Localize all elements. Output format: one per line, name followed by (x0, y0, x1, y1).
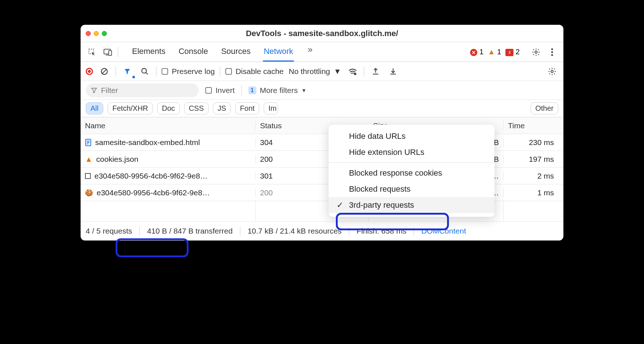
menu-3rd-party-requests[interactable]: 3rd-party requests (329, 197, 494, 213)
col-time[interactable]: Time (504, 121, 558, 130)
divider (116, 66, 116, 77)
request-time: 197 ms (504, 155, 558, 164)
chip-fetch-xhr[interactable]: Fetch/XHR (108, 102, 153, 114)
chip-css[interactable]: CSS (184, 102, 209, 114)
request-name: e304e580-9956-4cb6-9f62-9e8… (94, 172, 208, 180)
chip-other[interactable]: Other (531, 102, 558, 114)
tab-elements[interactable]: Elements (131, 47, 166, 62)
tab-network[interactable]: Network (263, 47, 294, 62)
svg-point-10 (551, 70, 553, 73)
generic-file-icon (85, 173, 91, 179)
chip-doc[interactable]: Doc (157, 102, 180, 114)
maximize-window-button[interactable] (102, 31, 107, 36)
divider (241, 85, 242, 95)
funnel-icon (91, 87, 97, 94)
more-tabs-icon[interactable]: » (308, 44, 313, 62)
more-filters-menu: Hide data URLs Hide extension URLs Block… (329, 125, 494, 217)
error-badge[interactable]: ✕ 1 (470, 48, 484, 56)
svg-point-6 (551, 54, 553, 56)
filter-toggle-icon[interactable] (121, 65, 133, 78)
svg-point-3 (535, 51, 537, 53)
more-filters-dropdown[interactable]: 1 More filters ▼ (248, 86, 307, 95)
minimize-window-button[interactable] (94, 31, 99, 36)
tab-console[interactable]: Console (178, 47, 209, 62)
disable-cache-checkbox[interactable]: Disable cache (225, 67, 284, 76)
network-toolbar: Preserve log Disable cache No throttling… (81, 62, 563, 81)
message-badge[interactable]: ♯ 2 (505, 48, 520, 56)
request-time: 230 ms (504, 138, 558, 147)
chevron-down-icon: ▼ (334, 67, 341, 76)
window-title: DevTools - samesite-sandbox.glitch.me/ (81, 29, 563, 38)
status-transferred: 410 B / 847 B transferred (147, 227, 233, 235)
main-tabbar: Elements Console Sources Network » ✕ 1 ▲… (81, 42, 563, 62)
menu-blocked-requests[interactable]: Blocked requests (329, 181, 494, 197)
type-filter-chips: All Fetch/XHR Doc CSS JS Font Im Other (81, 100, 563, 117)
cookie-icon: 🍪 (85, 189, 93, 197)
request-name: e304e580-9956-4cb6-9f62-9e8… (97, 188, 210, 197)
inspect-element-icon[interactable] (86, 46, 98, 58)
filter-count-badge: 1 (248, 86, 256, 94)
status-domcontent[interactable]: DOMContent (421, 227, 466, 235)
status-requests: 4 / 5 requests (86, 227, 132, 235)
invert-checkbox[interactable]: Invert (205, 86, 235, 95)
close-window-button[interactable] (86, 31, 91, 36)
import-har-icon[interactable] (387, 65, 399, 78)
menu-hide-extension-urls[interactable]: Hide extension URLs (329, 144, 494, 160)
status-bar: 4 / 5 requests 410 B / 847 B transferred… (81, 222, 563, 241)
request-status: 200 (256, 188, 332, 197)
tab-sources[interactable]: Sources (220, 47, 251, 62)
throttling-select[interactable]: No throttling ▼ (289, 67, 341, 76)
col-status[interactable]: Status (256, 121, 332, 130)
divider (364, 66, 364, 77)
kebab-menu-icon[interactable] (546, 46, 558, 58)
svg-point-9 (354, 73, 356, 75)
request-status: 200 (256, 155, 332, 164)
record-button[interactable] (86, 68, 93, 75)
request-time: 1 ms (504, 188, 558, 197)
chip-font[interactable]: Font (235, 102, 259, 114)
device-toolbar-icon[interactable] (102, 46, 114, 58)
col-name[interactable]: Name (81, 121, 256, 130)
traffic-lights (86, 31, 107, 36)
warning-badge[interactable]: ▲ 1 (488, 48, 501, 56)
status-finish: Finish: 658 ms (357, 227, 407, 235)
chip-js[interactable]: JS (213, 102, 231, 114)
issue-badges: ✕ 1 ▲ 1 ♯ 2 (470, 48, 520, 56)
menu-hide-data-urls[interactable]: Hide data URLs (329, 128, 494, 144)
chip-img[interactable]: Im (264, 102, 278, 114)
divider (118, 47, 118, 57)
clear-button-icon[interactable] (98, 65, 110, 78)
status-resources: 10.7 kB / 21.4 kB resources (248, 227, 342, 235)
svg-rect-2 (109, 51, 112, 55)
preserve-log-checkbox[interactable]: Preserve log (162, 67, 215, 76)
svg-point-8 (142, 68, 147, 73)
chip-all[interactable]: All (86, 102, 103, 114)
document-icon (85, 139, 92, 146)
svg-point-5 (551, 51, 553, 53)
search-icon[interactable] (139, 65, 151, 78)
request-name: cookies.json (96, 155, 139, 164)
export-har-icon[interactable] (369, 65, 382, 78)
warning-icon: ▲ (85, 155, 93, 164)
request-status: 301 (256, 172, 332, 180)
devtools-window: DevTools - samesite-sandbox.glitch.me/ E… (81, 25, 563, 241)
panel-tabs: Elements Console Sources Network » (131, 42, 313, 62)
svg-point-4 (551, 48, 553, 50)
divider (414, 227, 414, 235)
network-conditions-icon[interactable] (346, 65, 359, 78)
divider (220, 66, 220, 77)
divider (139, 227, 140, 235)
titlebar: DevTools - samesite-sandbox.glitch.me/ (81, 25, 563, 42)
divider (349, 227, 349, 235)
request-name: samesite-sandbox-embed.html (95, 138, 200, 147)
menu-divider (329, 163, 494, 163)
settings-gear-icon[interactable] (530, 46, 542, 58)
filter-input[interactable]: Filter (86, 83, 199, 97)
request-time: 2 ms (504, 172, 558, 180)
annotation-highlight (116, 238, 189, 257)
request-status: 304 (256, 138, 332, 147)
filter-bar: Filter Invert 1 More filters ▼ (81, 81, 563, 100)
network-settings-gear-icon[interactable] (546, 65, 558, 78)
chevron-down-icon: ▼ (301, 87, 306, 93)
menu-blocked-response-cookies[interactable]: Blocked response cookies (329, 165, 494, 181)
